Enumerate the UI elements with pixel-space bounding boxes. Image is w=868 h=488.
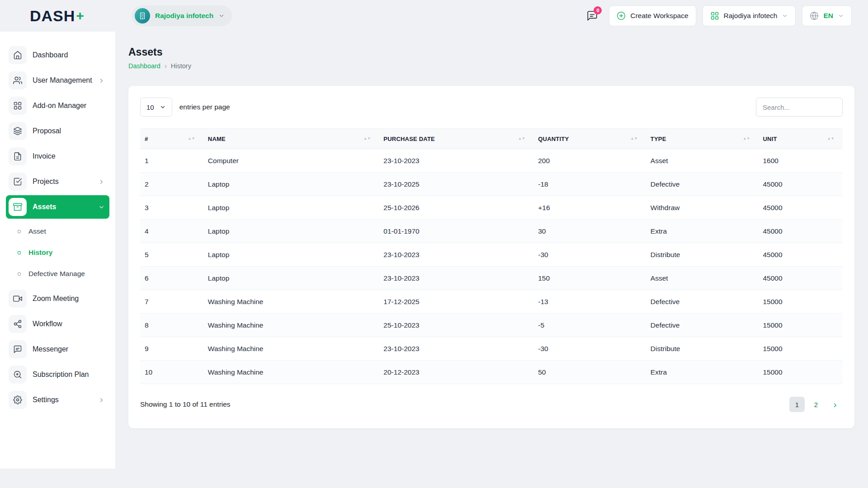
next-page-button[interactable]: ›	[827, 397, 843, 412]
language-selector[interactable]: EN	[802, 5, 852, 26]
sidebar-item-assets[interactable]: Assets	[6, 195, 109, 219]
messages-badge: 0	[594, 6, 602, 14]
table-row: 5Laptop23-10-2023-30Distribute45000	[140, 243, 843, 267]
entries-summary: Showing 1 to 10 of 11 entries	[140, 400, 231, 408]
cell-quantity: -18	[533, 173, 646, 196]
table-row: 10Washing Machine20-12-202350Extra15000	[140, 361, 843, 384]
cell-index: 9	[140, 337, 203, 361]
search-plus-icon	[9, 366, 27, 384]
cell-quantity: -13	[533, 290, 646, 314]
sidebar-item-projects[interactable]: Projects	[6, 170, 109, 193]
cell-purchase-date: 23-10-2025	[379, 173, 533, 196]
cell-quantity: -5	[533, 314, 646, 337]
cell-purchase-date: 23-10-2023	[379, 243, 533, 267]
file-icon	[9, 147, 27, 165]
sidebar-item-label: User Management	[33, 76, 92, 84]
sidebar-item-label: Add-on Manager	[33, 102, 86, 110]
circle-icon	[16, 271, 23, 277]
column-header-type[interactable]: TYPE▲▼	[646, 129, 759, 149]
search-input[interactable]	[756, 98, 843, 117]
entries-per-page-value: 10	[146, 103, 154, 111]
sidebar-item-dashboard[interactable]: Dashboard	[6, 43, 109, 67]
cell-index: 5	[140, 243, 203, 267]
cell-type: Distribute	[646, 337, 759, 361]
column-header-purchase-date[interactable]: PURCHASE DATE▲▼	[379, 129, 533, 149]
sidebar-item-workflow[interactable]: Workflow	[6, 312, 109, 336]
sidebar-item-messenger[interactable]: Messenger	[6, 338, 109, 361]
sidebar-item-proposal[interactable]: Proposal	[6, 119, 109, 143]
cell-name: Washing Machine	[203, 361, 379, 384]
cell-unit: 15000	[758, 337, 843, 361]
grid-icon	[9, 97, 27, 115]
sidebar-item-zoom-meeting[interactable]: Zoom Meeting	[6, 287, 109, 310]
column-header-unit[interactable]: UNIT▲▼	[758, 129, 843, 149]
submenu-item-history[interactable]: History	[12, 243, 109, 263]
workspace-selector[interactable]: Rajodiya infotech	[132, 5, 232, 26]
sidebar: Dashboard User Management Add-on Manager…	[0, 32, 115, 469]
chevron-right-icon	[98, 77, 105, 84]
submenu-item-label: Asset	[28, 227, 46, 235]
page-button-2[interactable]: 2	[808, 397, 824, 412]
cell-type: Extra	[646, 361, 759, 384]
circle-icon	[16, 249, 23, 256]
cell-name: Computer	[203, 149, 379, 173]
submenu-item-defective-manage[interactable]: Defective Manage	[12, 264, 109, 284]
table-footer: Showing 1 to 10 of 11 entries 1 2 ›	[140, 397, 843, 412]
gear-icon	[9, 391, 27, 409]
workspace-grid-icon	[710, 11, 719, 20]
table-row: 4Laptop01-01-197030Extra45000	[140, 220, 843, 243]
cell-purchase-date: 23-10-2023	[379, 149, 533, 173]
cell-quantity: -30	[533, 337, 646, 361]
page-title: Assets	[128, 46, 854, 58]
topbar: DASH + Rajodiya infotech 0 Create Worksp…	[0, 0, 868, 32]
column-header-index[interactable]: #▲▼	[140, 129, 203, 149]
cell-purchase-date: 25-10-2023	[379, 314, 533, 337]
cell-quantity: -30	[533, 243, 646, 267]
cell-purchase-date: 23-10-2023	[379, 267, 533, 290]
page-button-1[interactable]: 1	[789, 397, 805, 412]
assets-submenu: Asset History Defective Manage	[6, 221, 109, 287]
create-workspace-button[interactable]: Create Workspace	[609, 5, 696, 26]
table-row: 6Laptop23-10-2023150Asset45000	[140, 267, 843, 290]
entries-per-page-select[interactable]: 10	[140, 98, 172, 117]
history-table-card: 10 entries per page #▲▼ NAME▲▼ PURCHA	[128, 86, 854, 428]
column-header-quantity[interactable]: QUANTITY▲▼	[533, 129, 646, 149]
company-dropdown[interactable]: Rajodiya infotech	[703, 5, 796, 26]
language-label: EN	[823, 12, 833, 20]
cell-quantity: 150	[533, 267, 646, 290]
cell-type: Withdraw	[646, 196, 759, 220]
cell-purchase-date: 25-10-2026	[379, 196, 533, 220]
pagination: 1 2 ›	[789, 397, 843, 412]
history-table: #▲▼ NAME▲▼ PURCHASE DATE▲▼ QUANTITY▲▼ TY…	[140, 128, 843, 384]
cell-type: Asset	[646, 267, 759, 290]
cell-unit: 15000	[758, 290, 843, 314]
cell-quantity: 200	[533, 149, 646, 173]
home-icon	[9, 46, 27, 64]
circle-icon	[16, 228, 23, 235]
cell-purchase-date: 01-01-1970	[379, 220, 533, 243]
cell-type: Defective	[646, 314, 759, 337]
table-row: 3Laptop25-10-2026+16Withdraw45000	[140, 196, 843, 220]
sort-icon: ▲▼	[518, 137, 525, 140]
app-root: DASH + Rajodiya infotech 0 Create Worksp…	[0, 0, 868, 488]
sidebar-item-label: Dashboard	[33, 51, 68, 59]
sidebar-item-label: Projects	[33, 178, 59, 186]
sidebar-item-user-management[interactable]: User Management	[6, 69, 109, 92]
cell-quantity: 50	[533, 361, 646, 384]
cell-name: Laptop	[203, 243, 379, 267]
cell-name: Washing Machine	[203, 314, 379, 337]
breadcrumb-dashboard-link[interactable]: Dashboard	[128, 62, 160, 70]
cell-unit: 1600	[758, 149, 843, 173]
video-icon	[9, 290, 27, 308]
cell-type: Defective	[646, 173, 759, 196]
submenu-item-asset[interactable]: Asset	[12, 221, 109, 241]
sidebar-item-invoice[interactable]: Invoice	[6, 145, 109, 168]
sidebar-item-addon-manager[interactable]: Add-on Manager	[6, 94, 109, 117]
sidebar-item-subscription-plan[interactable]: Subscription Plan	[6, 363, 109, 386]
sidebar-item-settings[interactable]: Settings	[6, 388, 109, 412]
column-header-name[interactable]: NAME▲▼	[203, 129, 379, 149]
chevron-down-icon	[98, 204, 105, 211]
topbar-actions: 0 Create Workspace Rajodiya infotech EN	[582, 5, 852, 26]
messages-button[interactable]: 0	[582, 5, 603, 26]
share-nodes-icon	[9, 315, 27, 333]
